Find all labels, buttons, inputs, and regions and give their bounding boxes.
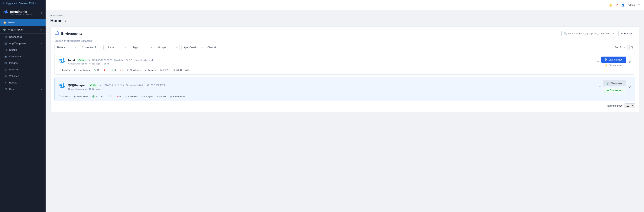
- env-thinkpad-disconnect-button[interactable]: 📡 Disconnect: [603, 80, 626, 87]
- sidebar-item-events[interactable]: ≡ Events: [0, 79, 46, 86]
- env-local-ram-stat: ▤ 5.5 GB RAM: [174, 69, 189, 71]
- networks-icon: ⬡: [4, 68, 7, 71]
- user-icon[interactable]: 👤: [622, 3, 625, 6]
- env-thinkpad-settings-button[interactable]: ⚙: [628, 85, 631, 88]
- sidebar-collapse-button[interactable]: «: [41, 11, 42, 14]
- sidebar-item-networks[interactable]: ⬡ Networks: [0, 66, 46, 73]
- env-local-stopped-value: 4: [106, 69, 108, 71]
- sidebar-item-images-label: Images: [9, 62, 18, 64]
- env-local-containers-value: 15 containers: [76, 69, 90, 71]
- environments-panel-title: Environments: [61, 32, 82, 35]
- env-local-connection-status: ⚡ Disconnected: [604, 64, 623, 67]
- env-thinkpad-volumes-value: 9 volumes: [128, 95, 138, 98]
- env-local-locality: Local: [104, 63, 109, 65]
- env-thinkpad-tags: No tags: [92, 88, 100, 90]
- search-input[interactable]: [568, 32, 611, 35]
- svg-rect-16: [62, 61, 64, 62]
- sidebar-item-host[interactable]: ⊟ Host ∨: [0, 86, 46, 92]
- env-card-thinkpad-top: 本地thinkpad ⏻ Up ∿ 2024-02-02 22:22:29 St…: [59, 80, 631, 93]
- env-local-unhealthy-value: 0: [122, 69, 123, 71]
- search-clear-button[interactable]: ✕: [612, 32, 615, 35]
- env-thinkpad-edit-button[interactable]: ✏: [598, 85, 601, 88]
- env-thinkpad-status-icon: ⏻: [90, 84, 92, 87]
- env-local-settings-button[interactable]: ⚙: [628, 60, 631, 63]
- sidebar-item-images[interactable]: ◫ Images: [0, 60, 46, 66]
- sidebar-logo: portainer.io COMMUNITY EDITION «: [0, 7, 46, 19]
- sidebar-item-host-label: Host: [9, 88, 14, 91]
- breadcrumb: Environments: [50, 14, 639, 17]
- connection-filter[interactable]: Connection T... ∨: [80, 45, 104, 50]
- env-thinkpad-tags-icon: 🏷: [88, 88, 91, 90]
- sidebar-item-volumes[interactable]: ◎ Volumes: [0, 73, 46, 79]
- env-thinkpad-stats: ⬡ 0 stacks ▣ 8 containers ⏻ 8 ⏹ 0: [59, 95, 631, 98]
- env-thinkpad-ram-value: 7.9 GB RAM: [173, 95, 185, 98]
- sidebar-item-app-templates[interactable]: ▤ App Templates ∨: [0, 40, 46, 47]
- svg-rect-4: [6, 12, 7, 13]
- groups-filter[interactable]: Groups ∨: [156, 45, 180, 50]
- admin-label[interactable]: admin: [628, 3, 635, 6]
- svg-rect-3: [5, 12, 6, 13]
- tp-healthy-icon: ♡: [109, 95, 111, 98]
- env-local-unhealthy-stat: ♥ 0: [120, 69, 123, 71]
- content-area: Environments Home ↻ Environments: [46, 10, 644, 212]
- env-thinkpad-info: 本地thinkpad ⏻ Up ∿ 2024-02-02 22:22:29 St…: [68, 84, 596, 90]
- env-thinkpad-date: 2024-02-02 22:22:29: [104, 84, 124, 87]
- connection-filter-label: Connection T...: [82, 46, 98, 49]
- upgrade-banner[interactable]: ⬆ Upgrade to Business Edition: [0, 0, 46, 7]
- page-refresh-button[interactable]: ↻: [64, 19, 67, 22]
- help-icon[interactable]: ❓: [615, 3, 618, 6]
- env-local-group: Group: Unassigned: [68, 63, 87, 65]
- env-thinkpad-volumes-stat: ◎ 9 volumes: [125, 95, 138, 98]
- env-local-cpu-value: 8 CPU: [163, 69, 170, 71]
- main-content: 🔔 ❓ 👤 admin ∨ Environments Home ↻: [46, 0, 644, 212]
- env-thinkpad-docker-icon: [59, 83, 66, 91]
- search-box[interactable]: 🔍 ✕: [561, 31, 617, 36]
- items-per-page-select[interactable]: 10 25 50 100: [624, 104, 635, 108]
- env-card-local[interactable]: local ⏻ Up ∿ 2024-02-02 22:22:29 Standal…: [54, 53, 635, 75]
- tags-filter[interactable]: Tags ∨: [130, 45, 154, 50]
- tp-ram-stat-icon: ▤: [170, 95, 172, 98]
- svg-point-18: [64, 61, 65, 62]
- sidebar-home-item[interactable]: 🏠 Home: [0, 19, 46, 26]
- env-local-locality-icon: ↑: [102, 63, 103, 65]
- svg-rect-15: [61, 61, 62, 62]
- env-local-edit-button[interactable]: ✏: [597, 60, 599, 63]
- env-local-docker-icon: [59, 57, 66, 66]
- sidebar-item-dashboard[interactable]: ⊞ Dashboard: [0, 34, 46, 40]
- env-local-live-connect-button[interactable]: 📡 Live connect: [601, 57, 626, 63]
- env-header-icon: 🐳: [3, 28, 6, 31]
- clear-all-button[interactable]: Clear all: [207, 46, 217, 49]
- sort-by-dropdown[interactable]: Sort By ∨: [613, 45, 628, 50]
- env-card-thinkpad[interactable]: 本地thinkpad ⏻ Up ∿ 2024-02-02 22:22:29 St…: [54, 77, 635, 101]
- svg-rect-9: [57, 33, 58, 33]
- env-thinkpad-name-row: 本地thinkpad ⏻ Up ∿ 2024-02-02 22:22:29 St…: [68, 84, 596, 87]
- refresh-button[interactable]: ↻ Refresh: [618, 31, 635, 36]
- status-filter-label: Status: [108, 46, 114, 49]
- sidebar-home-label: Home: [8, 21, 15, 24]
- sort-order-button[interactable]: ⇅: [629, 45, 635, 50]
- status-filter[interactable]: Status ∨: [105, 45, 129, 50]
- env-local-running-stat: ⏻ 11: [94, 69, 99, 71]
- env-thinkpad-unhealthy-value: 0: [120, 95, 121, 98]
- click-hint: Click on an environment to manage: [54, 40, 635, 42]
- refresh-btn-icon: ↻: [621, 32, 623, 35]
- svg-rect-21: [62, 85, 64, 86]
- platform-filter[interactable]: Platform ∨: [54, 45, 78, 50]
- live-connect-label: Live connect: [609, 58, 623, 61]
- host-icon: ⊟: [4, 88, 7, 91]
- notification-icon[interactable]: 🔔: [609, 3, 612, 6]
- tp-containers-stat-icon: ▣: [74, 95, 76, 98]
- sidebar-item-containers[interactable]: ▣ Containers: [0, 53, 46, 60]
- disconnected-label: Disconnected: [608, 64, 623, 67]
- sidebar-item-containers-label: Containers: [9, 55, 22, 58]
- env-local-volumes-value: 10 volumes: [130, 69, 141, 71]
- svg-rect-2: [6, 11, 7, 12]
- sidebar-env-close-button[interactable]: ✕: [40, 28, 42, 31]
- volumes-icon: ◎: [4, 75, 7, 78]
- agent-version-filter[interactable]: Agent Version ∨: [181, 45, 205, 50]
- agent-version-filter-label: Agent Version: [184, 46, 198, 49]
- tp-stacks-stat-icon: ⬡: [59, 95, 61, 98]
- env-local-type: Standalone 24.0.7: [114, 59, 132, 61]
- groups-filter-chevron: ∨: [176, 46, 178, 49]
- sidebar-item-stacks[interactable]: ⬡ Stacks: [0, 47, 46, 53]
